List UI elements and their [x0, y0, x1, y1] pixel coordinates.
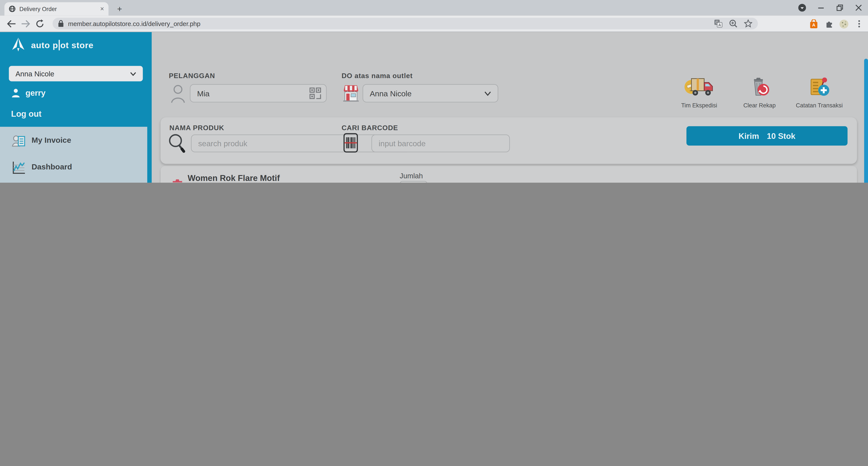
browser-kebab-menu-icon[interactable]	[852, 17, 866, 30]
clear-rekap-button[interactable]: Clear Rekap	[729, 76, 790, 108]
user-icon	[12, 89, 20, 97]
window-close-button[interactable]	[849, 0, 868, 15]
tab-title: Delivery Order	[19, 6, 100, 12]
shop-extension-icon[interactable]: A	[807, 17, 820, 30]
delete-trash-icon[interactable]	[172, 178, 183, 183]
chevron-down-icon	[130, 71, 136, 75]
catatan-transaksi-button[interactable]: Catatan Transaksi	[789, 76, 850, 108]
search-card: NAMA PRODUK CARI BARCODE Kirim10 Stok	[160, 117, 857, 164]
truck-icon	[684, 76, 714, 97]
screen: Delivery Order × + member.autopilotstore…	[0, 0, 868, 183]
sidebar-outlet-select[interactable]: Anna Nicole	[9, 66, 143, 81]
pelanggan-field-wrap	[190, 84, 327, 102]
forward-button[interactable]	[19, 17, 32, 30]
brand-name: auto pot store	[31, 40, 93, 50]
browser-toolbar: member.autopilotstore.co.id/delivery_ord…	[0, 15, 868, 32]
lock-icon	[58, 20, 64, 27]
address-bar[interactable]: member.autopilotstore.co.id/delivery_ord…	[53, 18, 758, 30]
paper-plane-logo-icon	[11, 36, 26, 54]
browser-menu-icon[interactable]	[793, 0, 812, 15]
extensions-puzzle-icon[interactable]	[823, 17, 836, 30]
qr-scan-icon[interactable]	[309, 87, 321, 99]
back-button[interactable]	[4, 17, 18, 30]
trash-reset-icon	[749, 76, 770, 97]
chevron-down-icon	[485, 91, 491, 95]
product-row: Women Rok Flare Motif XL Jumlah Item	[160, 166, 857, 183]
zoom-icon[interactable]	[729, 19, 737, 28]
browser-tab[interactable]: Delivery Order ×	[4, 2, 108, 15]
person-outline-icon	[170, 84, 185, 103]
sidebar: auto pot store Anna Nicole gerry Log out…	[0, 32, 152, 183]
kirim-button[interactable]: Kirim10 Stok	[686, 126, 847, 146]
sidebar-menu: My Invoice Dashboard Penjualan > Go Onli…	[0, 127, 147, 183]
note-plus-icon	[808, 76, 830, 97]
translate-icon[interactable]: G	[714, 19, 722, 28]
window-minimize-button[interactable]	[812, 0, 831, 15]
svg-text:A: A	[812, 22, 815, 27]
tim-ekspedisi-button[interactable]: Tim Ekspedisi	[669, 76, 730, 108]
sidebar-item-penjualan[interactable]: Penjualan >	[0, 181, 147, 183]
page: auto pot store Anna Nicole gerry Log out…	[0, 32, 868, 183]
do-outlet-label: DO atas nama outlet	[341, 72, 413, 80]
brand-cursor	[59, 40, 60, 50]
search-icon	[168, 133, 185, 153]
main-content: PELANGGAN DO atas nama outlet Anna Nicol…	[152, 32, 868, 183]
bookmark-star-icon[interactable]	[744, 19, 752, 28]
page-scrollbar[interactable]	[864, 59, 868, 183]
barcode-icon	[343, 133, 358, 153]
qty-input[interactable]	[400, 181, 427, 183]
pelanggan-input[interactable]	[190, 84, 327, 102]
logout-link[interactable]: Log out	[11, 109, 41, 119]
pelanggan-label: PELANGGAN	[169, 72, 215, 80]
jumlah-label: Jumlah	[400, 172, 423, 180]
dashboard-chart-icon	[12, 160, 26, 175]
product-name: Women Rok Flare Motif	[188, 173, 280, 183]
invoice-icon	[12, 134, 26, 148]
cari-barcode-input[interactable]	[371, 134, 510, 152]
cari-barcode-label: CARI BARCODE	[341, 124, 398, 132]
brand: auto pot store	[11, 36, 93, 54]
reload-button[interactable]	[33, 17, 46, 30]
profile-avatar[interactable]	[837, 17, 850, 30]
sidebar-item-my-invoice[interactable]: My Invoice	[0, 128, 147, 154]
outlet-select[interactable]: Anna Nicole	[363, 84, 498, 102]
url-text: member.autopilotstore.co.id/delivery_ord…	[68, 20, 200, 27]
new-tab-button[interactable]: +	[114, 3, 125, 14]
sidebar-item-dashboard[interactable]: Dashboard	[0, 154, 147, 181]
browser-tab-strip: Delivery Order × +	[0, 0, 868, 15]
username: gerry	[25, 89, 45, 97]
window-restore-button[interactable]	[831, 0, 849, 15]
globe-favicon-icon	[9, 6, 16, 12]
nama-produk-label: NAMA PRODUK	[169, 124, 224, 132]
tab-close-icon[interactable]: ×	[100, 6, 104, 12]
storefront-icon	[342, 84, 360, 103]
user-row: gerry	[12, 89, 45, 97]
